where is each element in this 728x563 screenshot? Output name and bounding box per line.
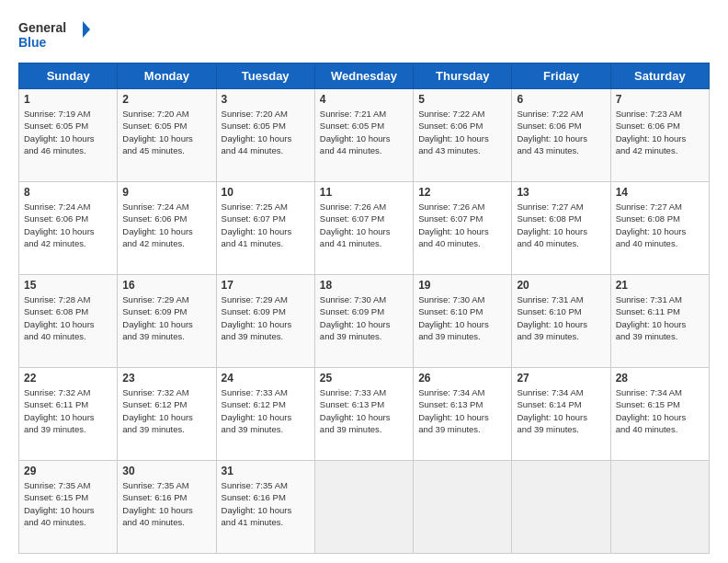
day-info: Sunrise: 7:24 AM Sunset: 6:06 PM Dayligh…	[122, 201, 210, 249]
day-info: Sunrise: 7:20 AM Sunset: 6:05 PM Dayligh…	[122, 108, 210, 156]
day-number: 28	[616, 372, 704, 385]
calendar-cell: 14Sunrise: 7:27 AM Sunset: 6:08 PM Dayli…	[610, 182, 709, 275]
day-info: Sunrise: 7:35 AM Sunset: 6:15 PM Dayligh…	[24, 479, 112, 528]
day-info: Sunrise: 7:35 AM Sunset: 6:16 PM Dayligh…	[222, 479, 310, 528]
day-info: Sunrise: 7:30 AM Sunset: 6:10 PM Dayligh…	[418, 293, 506, 342]
day-number: 10	[222, 186, 310, 199]
svg-text:General: General	[18, 20, 66, 35]
day-number: 27	[517, 372, 605, 385]
calendar-cell	[414, 461, 512, 554]
calendar-cell: 12Sunrise: 7:26 AM Sunset: 6:07 PM Dayli…	[414, 182, 512, 275]
day-info: Sunrise: 7:23 AM Sunset: 6:06 PM Dayligh…	[616, 108, 704, 156]
calendar-cell: 24Sunrise: 7:33 AM Sunset: 6:12 PM Dayli…	[216, 368, 314, 461]
day-number: 31	[222, 465, 310, 477]
weekday-header: Friday	[512, 63, 610, 89]
weekday-header: Sunday	[19, 63, 118, 89]
day-info: Sunrise: 7:32 AM Sunset: 6:11 PM Dayligh…	[24, 386, 112, 435]
day-number: 25	[320, 372, 408, 385]
calendar-table: SundayMondayTuesdayWednesdayThursdayFrid…	[18, 63, 710, 554]
logo-svg: General Blue	[18, 17, 92, 53]
calendar-week-row: 1Sunrise: 7:19 AM Sunset: 6:05 PM Daylig…	[19, 89, 710, 182]
calendar-cell: 25Sunrise: 7:33 AM Sunset: 6:13 PM Dayli…	[314, 368, 413, 461]
calendar-cell: 11Sunrise: 7:26 AM Sunset: 6:07 PM Dayli…	[314, 182, 413, 275]
day-number: 21	[616, 279, 704, 292]
day-info: Sunrise: 7:26 AM Sunset: 6:07 PM Dayligh…	[418, 201, 506, 249]
day-info: Sunrise: 7:27 AM Sunset: 6:08 PM Dayligh…	[616, 201, 704, 249]
day-info: Sunrise: 7:30 AM Sunset: 6:09 PM Dayligh…	[320, 293, 408, 342]
day-number: 29	[24, 465, 112, 477]
calendar-cell: 3Sunrise: 7:20 AM Sunset: 6:05 PM Daylig…	[216, 89, 314, 182]
calendar-cell: 10Sunrise: 7:25 AM Sunset: 6:07 PM Dayli…	[216, 182, 314, 275]
calendar-cell	[610, 461, 709, 554]
day-info: Sunrise: 7:29 AM Sunset: 6:09 PM Dayligh…	[222, 293, 310, 342]
day-info: Sunrise: 7:33 AM Sunset: 6:13 PM Dayligh…	[320, 386, 408, 435]
weekday-header: Monday	[118, 63, 216, 89]
day-info: Sunrise: 7:19 AM Sunset: 6:05 PM Dayligh…	[24, 108, 112, 156]
day-info: Sunrise: 7:25 AM Sunset: 6:07 PM Dayligh…	[222, 201, 310, 249]
calendar-week-row: 8Sunrise: 7:24 AM Sunset: 6:06 PM Daylig…	[19, 182, 710, 275]
calendar-cell: 1Sunrise: 7:19 AM Sunset: 6:05 PM Daylig…	[19, 89, 118, 182]
calendar-cell: 28Sunrise: 7:34 AM Sunset: 6:15 PM Dayli…	[610, 368, 709, 461]
calendar-cell: 8Sunrise: 7:24 AM Sunset: 6:06 PM Daylig…	[19, 182, 118, 275]
calendar-cell: 6Sunrise: 7:22 AM Sunset: 6:06 PM Daylig…	[512, 89, 610, 182]
day-info: Sunrise: 7:29 AM Sunset: 6:09 PM Dayligh…	[122, 293, 210, 342]
day-number: 3	[222, 93, 310, 106]
calendar-cell: 17Sunrise: 7:29 AM Sunset: 6:09 PM Dayli…	[216, 275, 314, 368]
day-info: Sunrise: 7:21 AM Sunset: 6:05 PM Dayligh…	[320, 108, 408, 156]
day-number: 15	[24, 279, 112, 292]
calendar-cell: 27Sunrise: 7:34 AM Sunset: 6:14 PM Dayli…	[512, 368, 610, 461]
calendar-header-row: SundayMondayTuesdayWednesdayThursdayFrid…	[19, 63, 710, 89]
calendar-cell: 4Sunrise: 7:21 AM Sunset: 6:05 PM Daylig…	[314, 89, 413, 182]
calendar-cell: 2Sunrise: 7:20 AM Sunset: 6:05 PM Daylig…	[118, 89, 216, 182]
day-info: Sunrise: 7:31 AM Sunset: 6:11 PM Dayligh…	[616, 293, 704, 342]
header: General Blue	[18, 17, 710, 53]
weekday-header: Thursday	[414, 63, 512, 89]
calendar-cell: 13Sunrise: 7:27 AM Sunset: 6:08 PM Dayli…	[512, 182, 610, 275]
day-number: 18	[320, 279, 408, 292]
calendar-cell: 18Sunrise: 7:30 AM Sunset: 6:09 PM Dayli…	[314, 275, 413, 368]
day-number: 1	[24, 93, 112, 106]
day-number: 17	[222, 279, 310, 292]
day-number: 9	[122, 186, 210, 199]
day-info: Sunrise: 7:22 AM Sunset: 6:06 PM Dayligh…	[517, 108, 605, 156]
logo: General Blue	[18, 17, 92, 53]
day-info: Sunrise: 7:27 AM Sunset: 6:08 PM Dayligh…	[517, 201, 605, 249]
day-number: 26	[418, 372, 506, 385]
day-number: 2	[122, 93, 210, 106]
calendar-cell: 5Sunrise: 7:22 AM Sunset: 6:06 PM Daylig…	[414, 89, 512, 182]
day-number: 5	[418, 93, 506, 106]
day-number: 7	[616, 93, 704, 106]
calendar-cell: 15Sunrise: 7:28 AM Sunset: 6:08 PM Dayli…	[19, 275, 118, 368]
weekday-header: Wednesday	[314, 63, 413, 89]
day-number: 20	[517, 279, 605, 292]
day-info: Sunrise: 7:32 AM Sunset: 6:12 PM Dayligh…	[122, 386, 210, 435]
calendar-cell: 31Sunrise: 7:35 AM Sunset: 6:16 PM Dayli…	[216, 461, 314, 554]
day-number: 13	[517, 186, 605, 199]
day-info: Sunrise: 7:34 AM Sunset: 6:14 PM Dayligh…	[517, 386, 605, 435]
day-number: 16	[122, 279, 210, 292]
calendar-cell: 26Sunrise: 7:34 AM Sunset: 6:13 PM Dayli…	[414, 368, 512, 461]
day-info: Sunrise: 7:34 AM Sunset: 6:15 PM Dayligh…	[616, 386, 704, 435]
day-number: 22	[24, 372, 112, 385]
day-number: 6	[517, 93, 605, 106]
day-info: Sunrise: 7:31 AM Sunset: 6:10 PM Dayligh…	[517, 293, 605, 342]
day-info: Sunrise: 7:35 AM Sunset: 6:16 PM Dayligh…	[122, 479, 210, 528]
day-info: Sunrise: 7:26 AM Sunset: 6:07 PM Dayligh…	[320, 201, 408, 249]
day-number: 12	[418, 186, 506, 199]
day-info: Sunrise: 7:34 AM Sunset: 6:13 PM Dayligh…	[418, 386, 506, 435]
day-number: 14	[616, 186, 704, 199]
day-number: 23	[122, 372, 210, 385]
day-number: 11	[320, 186, 408, 199]
day-info: Sunrise: 7:33 AM Sunset: 6:12 PM Dayligh…	[222, 386, 310, 435]
calendar-cell: 16Sunrise: 7:29 AM Sunset: 6:09 PM Dayli…	[118, 275, 216, 368]
day-number: 30	[122, 465, 210, 477]
weekday-header: Saturday	[610, 63, 709, 89]
svg-text:Blue: Blue	[18, 35, 47, 50]
calendar-cell: 19Sunrise: 7:30 AM Sunset: 6:10 PM Dayli…	[414, 275, 512, 368]
day-info: Sunrise: 7:28 AM Sunset: 6:08 PM Dayligh…	[24, 293, 112, 342]
day-number: 8	[24, 186, 112, 199]
calendar-cell	[512, 461, 610, 554]
calendar-cell: 29Sunrise: 7:35 AM Sunset: 6:15 PM Dayli…	[19, 461, 118, 554]
day-info: Sunrise: 7:24 AM Sunset: 6:06 PM Dayligh…	[24, 201, 112, 249]
day-number: 19	[418, 279, 506, 292]
